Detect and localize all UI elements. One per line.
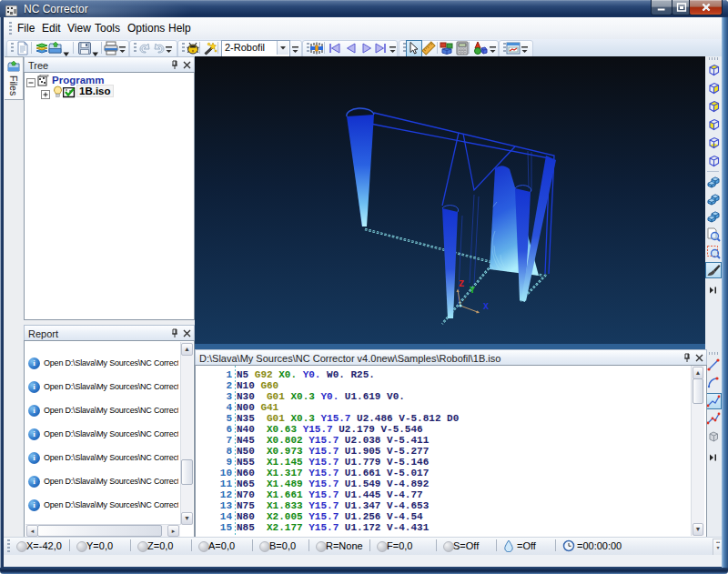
svg-text:Y: Y <box>470 286 475 296</box>
svg-text:X: X <box>483 302 489 312</box>
svg-text:Z: Z <box>459 279 464 289</box>
